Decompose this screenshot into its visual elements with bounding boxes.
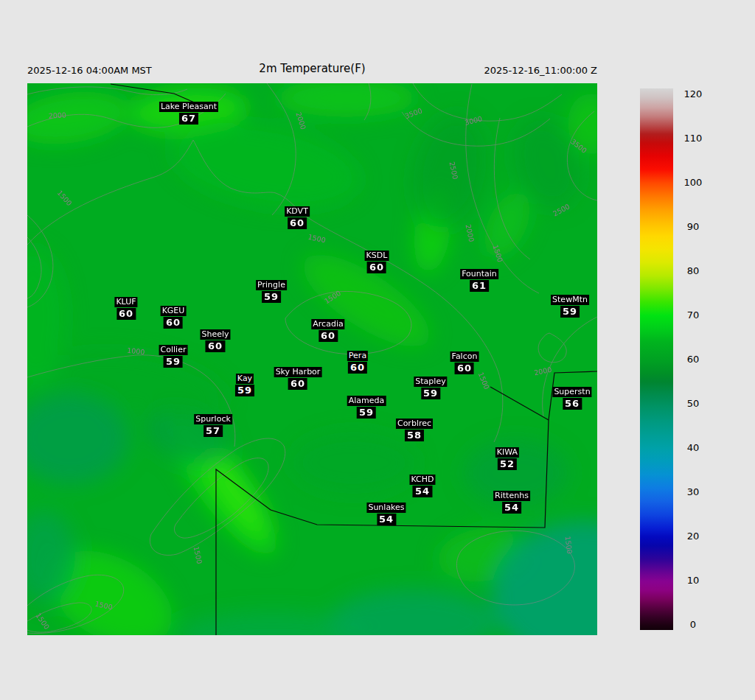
colorbar-tick-0: 0 bbox=[676, 619, 710, 630]
colorbar-tick-40: 40 bbox=[676, 442, 710, 453]
colorbar-tick-70: 70 bbox=[676, 309, 710, 321]
valid-time-utc: 2025-12-16_11:00:00 Z bbox=[27, 65, 597, 76]
colorbar-tick-90: 90 bbox=[676, 221, 710, 232]
colorbar-tick-60: 60 bbox=[676, 354, 710, 365]
temperature-field: 2000150020003500300025003500250020001500… bbox=[27, 83, 597, 635]
weather-map-page: 2025-12-16 04:00AM MST 2m Temperature(F)… bbox=[0, 0, 755, 700]
colorbar-gradient bbox=[640, 88, 673, 630]
colorbar-tick-50: 50 bbox=[676, 398, 710, 409]
colorbar-tick-20: 20 bbox=[676, 531, 710, 542]
colorbar-tick-110: 110 bbox=[676, 133, 710, 144]
colorbar-tick-120: 120 bbox=[676, 88, 710, 99]
colorbar-tick-80: 80 bbox=[676, 265, 710, 276]
contour-label: 2000 bbox=[48, 111, 66, 119]
colorbar-tick-100: 100 bbox=[676, 177, 710, 188]
temperature-map: 2000150020003500300025003500250020001500… bbox=[27, 83, 597, 635]
colorbar-tick-10: 10 bbox=[676, 575, 710, 586]
colorbar-tick-30: 30 bbox=[676, 486, 710, 497]
